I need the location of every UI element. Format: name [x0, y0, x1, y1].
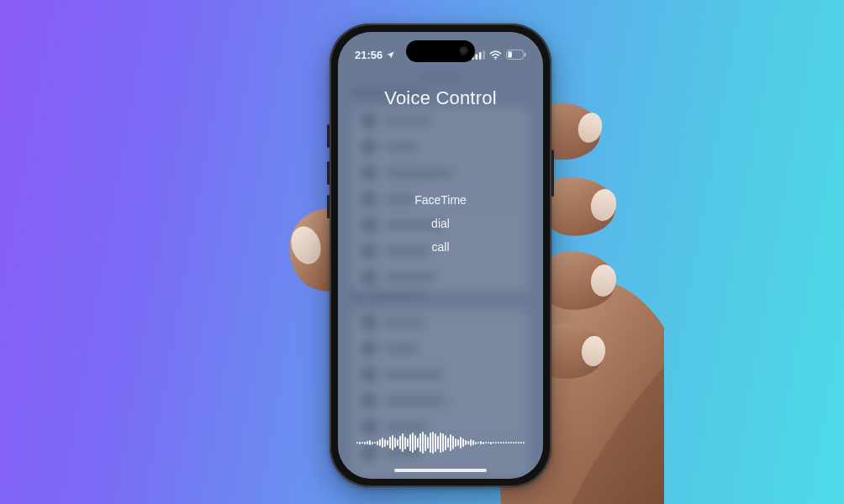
scene-root: 21:56 — [0, 0, 844, 504]
svg-point-4 — [580, 335, 607, 368]
status-time: 21:56 — [355, 49, 382, 61]
svg-rect-11 — [525, 53, 526, 57]
svg-rect-8 — [483, 50, 485, 60]
svg-point-9 — [495, 58, 497, 59]
svg-rect-12 — [508, 51, 512, 57]
phone-device: 21:56 — [330, 24, 551, 487]
svg-point-0 — [287, 223, 326, 268]
status-right — [472, 50, 526, 60]
svg-point-2 — [588, 187, 619, 223]
phone-screen[interactable]: 21:56 — [338, 32, 543, 479]
voice-hint: FaceTime — [414, 193, 467, 207]
wifi-icon — [489, 50, 502, 60]
home-indicator[interactable] — [394, 469, 487, 472]
status-left: 21:56 — [355, 49, 395, 61]
voice-waveform — [338, 430, 543, 455]
voice-control-hints: FaceTime dial call — [414, 193, 467, 254]
voice-hint: call — [431, 240, 449, 254]
svg-rect-6 — [475, 54, 477, 59]
voice-control-overlay: Voice Control FaceTime dial call — [338, 32, 543, 479]
svg-point-1 — [575, 110, 605, 145]
location-arrow-icon — [386, 50, 395, 60]
svg-rect-7 — [479, 51, 482, 59]
voice-control-title: Voice Control — [384, 87, 496, 109]
battery-icon — [506, 50, 526, 60]
voice-hint: dial — [431, 217, 450, 230]
svg-point-3 — [589, 263, 619, 298]
dynamic-island — [406, 40, 475, 62]
